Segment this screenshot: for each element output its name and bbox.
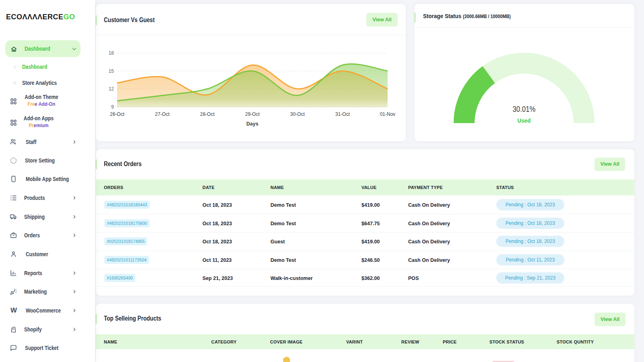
svg-text:01-Nov: 01-Nov — [380, 111, 396, 117]
svg-text:9: 9 — [111, 104, 114, 110]
svg-text:26-Oct: 26-Oct — [110, 111, 125, 117]
svg-text:30-Oct: 30-Oct — [290, 111, 305, 117]
svg-text:Days: Days — [246, 121, 258, 127]
svg-text:18: 18 — [109, 50, 114, 56]
svg-text:Used: Used — [518, 117, 531, 124]
svg-text:15: 15 — [109, 68, 114, 74]
svg-text:29-Oct: 29-Oct — [245, 111, 260, 117]
svg-text:30.01%: 30.01% — [513, 104, 536, 113]
svg-text:31-Oct: 31-Oct — [335, 111, 350, 117]
svg-text:28-Oct: 28-Oct — [200, 111, 215, 117]
svg-text:12: 12 — [109, 86, 114, 92]
svg-text:27-Oct: 27-Oct — [155, 111, 170, 117]
